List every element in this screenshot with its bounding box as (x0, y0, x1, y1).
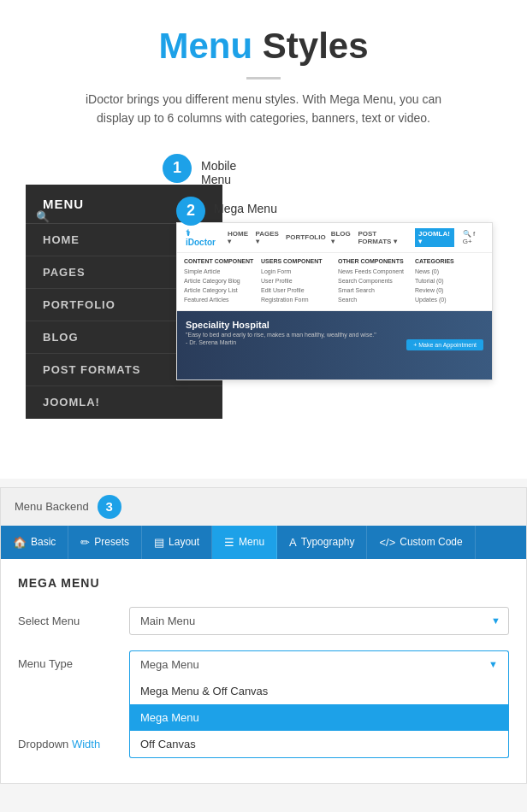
col-item: Search (338, 295, 408, 304)
mobile-menu-header-text: MENU (43, 197, 84, 211)
nav-icons: 🔍 f G+ (463, 230, 483, 245)
mega-nav-logo: ⚕ iDoctor (186, 228, 219, 247)
menu-type-control: Mega Menu ▼ Mega Menu & Off Canvas Mega … (129, 650, 509, 678)
mega-hero-sub: "Easy to bed and early to rise, makes a … (186, 332, 376, 338)
dropdown-option-off-canvas[interactable]: Off Canvas (130, 731, 508, 757)
chevron-down-icon: ▼ (489, 659, 498, 669)
select-menu-label: Select Menu (18, 615, 112, 627)
tab-bar: 🏠 Basic ✏ Presets ▤ Layout ☰ Menu A Typo… (1, 526, 526, 559)
backend-section: Menu Backend 3 🏠 Basic ✏ Presets ▤ Layou… (0, 487, 527, 784)
col-item: Login Form (261, 267, 331, 276)
select-menu-row: Select Menu Main Menu ▼ (18, 607, 509, 635)
mega-menu-section-title: MEGA MENU (18, 576, 509, 590)
tab-typography-label: Typography (301, 536, 355, 548)
page-subtitle: iDoctor brings you different menu styles… (67, 90, 460, 128)
page-header: Menu Styles iDoctor brings you different… (0, 0, 527, 145)
mega-col-content: CONTENT COMPONENT Simple Article Article… (184, 258, 254, 305)
col-title-content: CONTENT COMPONENT (184, 258, 254, 264)
nav-item-joomla: JOOMLA! ▾ (415, 228, 454, 247)
mega-nav-bar: ⚕ iDoctor HOME ▾ PAGES ▾ PORTFOLIO BLOG … (177, 223, 492, 253)
col-item: News (0) (415, 267, 485, 276)
mobile-badge: 1 (163, 154, 192, 183)
select-menu-dropdown[interactable]: Main Menu (129, 607, 509, 635)
dropdown-option-mega-off-canvas[interactable]: Mega Menu & Off Canvas (130, 678, 508, 704)
col-item: User Profile (261, 276, 331, 285)
page-title: Menu Styles (17, 26, 510, 67)
col-item: Review (0) (415, 285, 485, 295)
tab-layout[interactable]: ▤ Layout (142, 526, 212, 559)
backend-header: Menu Backend 3 (1, 488, 526, 526)
nav-item-pages: PAGES ▾ (256, 230, 281, 245)
title-highlight: Menu (158, 26, 252, 66)
select-menu-wrapper: Main Menu ▼ (129, 607, 509, 635)
tab-basic-label: Basic (31, 536, 56, 548)
mega-hero-title: Speciality Hospital (186, 320, 376, 330)
tab-typography[interactable]: A Typography (277, 526, 367, 559)
col-item: Article Category List (184, 285, 254, 295)
dropdown-option-mega-menu[interactable]: Mega Menu (130, 704, 508, 731)
menu-type-value: Mega Menu (140, 658, 199, 671)
tab-menu-label: Menu (239, 536, 264, 548)
mobile-menu-label: Mobile Menu (201, 159, 236, 186)
select-menu-control: Main Menu ▼ (129, 607, 509, 635)
mega-nav-items: HOME ▾ PAGES ▾ PORTFOLIO BLOG ▾ POST FOR… (228, 228, 483, 247)
mega-dropdown-panel: CONTENT COMPONENT Simple Article Article… (177, 253, 492, 311)
menu-type-label: Menu Type (18, 657, 112, 670)
backend-content: MEGA MENU Select Menu Main Menu ▼ Menu T… (1, 559, 526, 783)
tab-custom-code-label: Custom Code (400, 536, 462, 548)
mega-badge: 2 (176, 197, 205, 226)
col-item: Tutorial (0) (415, 276, 485, 285)
tab-basic[interactable]: 🏠 Basic (1, 526, 68, 559)
menu-type-row: Menu Type Mega Menu ▼ Mega Menu & Off Ca… (18, 650, 509, 678)
menu-type-selected[interactable]: Mega Menu ▼ (129, 650, 509, 678)
mega-col-categories: CATEGORIES News (0) Tutorial (0) Review … (415, 258, 485, 305)
col-item: Edit User Profile (261, 285, 331, 295)
col-item: Updates (0) (415, 295, 485, 304)
nav-item-post-formats: POST FORMATS ▾ (358, 230, 410, 245)
mega-menu-mockup: ⚕ iDoctor HOME ▾ PAGES ▾ PORTFOLIO BLOG … (176, 222, 493, 380)
col-item: News Feeds Component (338, 267, 408, 276)
nav-item-portfolio: PORTFOLIO (286, 233, 326, 241)
col-title-categories: CATEGORIES (415, 258, 485, 264)
dropdown-width-label-blue: Width (72, 738, 100, 750)
demo-section: 1 Mobile Menu 🔍 MENU HOME PAGES PORTFOLI… (0, 145, 527, 479)
layout-icon: ▤ (154, 536, 164, 549)
mobile-search-icon: 🔍 (36, 210, 50, 223)
mega-col-other: OTHER COMPONENTS News Feeds Component Se… (338, 258, 408, 305)
pencil-icon: ✏ (80, 536, 90, 549)
mega-menu-container: 2 Mega Menu ⚕ iDoctor HOME ▾ PAGES ▾ POR… (176, 205, 493, 380)
title-rest: Styles (252, 26, 368, 66)
mega-hero: Speciality Hospital "Easy to bed and ear… (177, 311, 492, 380)
col-item: Featured Articles (184, 295, 254, 304)
mega-hero-btn[interactable]: + Make an Appointment (406, 339, 483, 350)
mega-hero-attribution: - Dr. Serena Martin (186, 339, 376, 345)
backend-badge: 3 (98, 495, 121, 519)
code-icon: </> (379, 536, 395, 549)
tab-custom-code[interactable]: </> Custom Code (367, 526, 475, 559)
col-item: Simple Article (184, 267, 254, 276)
col-item: Smart Search (338, 285, 408, 295)
mega-hero-text: Speciality Hospital "Easy to bed and ear… (186, 320, 376, 345)
list-item[interactable]: JOOMLA! (26, 386, 222, 419)
menu-type-dropdown-list: Mega Menu & Off Canvas Mega Menu Off Can… (129, 678, 509, 758)
col-title-users: USERS COMPONENT (261, 258, 331, 264)
title-divider (246, 77, 281, 79)
col-item: Search Components (338, 276, 408, 285)
nav-item-blog: BLOG ▾ (331, 230, 353, 245)
backend-label: Menu Backend (15, 500, 89, 513)
mega-col-users: USERS COMPONENT Login Form User Profile … (261, 258, 331, 305)
menu-icon: ☰ (224, 536, 234, 549)
dropdown-width-label: Dropdown Width (18, 738, 112, 750)
col-item: Registration Form (261, 295, 331, 304)
typography-icon: A (289, 536, 297, 549)
col-title-other: OTHER COMPONENTS (338, 258, 408, 264)
mega-menu-label: Mega Menu (214, 202, 277, 215)
tab-presets-label: Presets (94, 536, 129, 548)
tab-presets[interactable]: ✏ Presets (68, 526, 142, 559)
home-icon: 🏠 (13, 536, 27, 549)
nav-item-home: HOME ▾ (228, 230, 251, 245)
col-item: Article Category Blog (184, 276, 254, 285)
tab-layout-label: Layout (169, 536, 199, 548)
tab-menu[interactable]: ☰ Menu (212, 526, 277, 559)
